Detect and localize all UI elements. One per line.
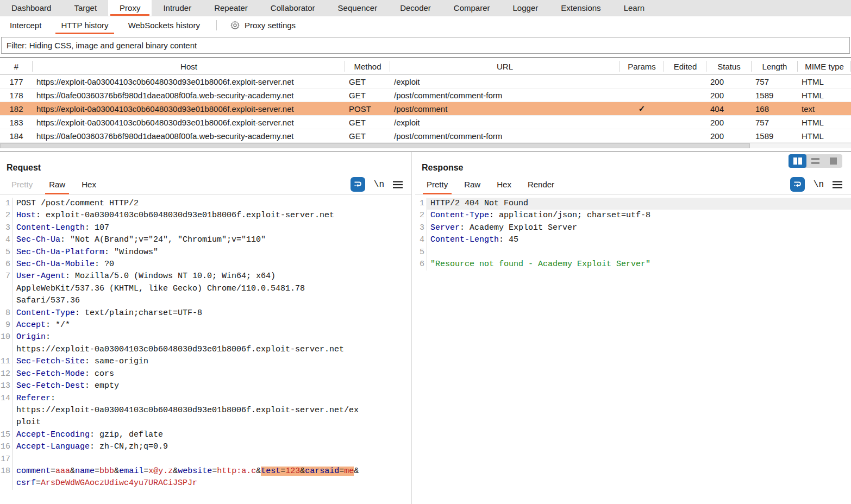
burp-suite-window: DashboardTargetProxyIntruderRepeaterColl… <box>0 0 851 504</box>
horizontal-scrollbar-thumb[interactable] <box>0 143 750 148</box>
code-line: 2Host: exploit-0a03004103c0b6048030d93e0… <box>0 210 411 222</box>
line-content: Sec-Fetch-Dest: empty <box>13 380 411 392</box>
message-editor-split: Request PrettyRawHex \n <box>0 151 851 504</box>
main-tab-sequencer[interactable]: Sequencer <box>327 0 389 16</box>
table-row[interactable]: 182https://exploit-0a03004103c0b6048030d… <box>0 102 851 116</box>
main-tab-collaborator[interactable]: Collaborator <box>259 0 327 16</box>
code-line: 18comment=aaa&name=bbb&email=x@y.z&websi… <box>0 465 411 477</box>
cell-mime: HTML <box>798 131 851 141</box>
cell-host: https://0afe00360376b6f980d1daea008f00fa… <box>33 131 345 141</box>
main-tab-dashboard[interactable]: Dashboard <box>0 0 62 16</box>
line-content: Origin: <box>13 331 411 343</box>
cell-method: POST <box>345 104 390 114</box>
response-panel-title: Response <box>422 163 851 175</box>
cell-status: 200 <box>706 91 752 100</box>
proxy-settings-label: Proxy settings <box>245 21 296 30</box>
hamburger-menu-icon[interactable] <box>393 181 403 188</box>
table-row[interactable]: 178https://0afe00360376b6f980d1daea008f0… <box>0 89 851 102</box>
cell-status: 200 <box>706 77 752 86</box>
cell-length: 1589 <box>752 131 798 141</box>
cell-mime: HTML <box>798 77 851 86</box>
column-header-method[interactable]: Method <box>345 58 390 74</box>
line-number: 6 <box>415 259 427 270</box>
request-panel: Request PrettyRawHex \n <box>0 152 412 504</box>
proxy-settings-button[interactable]: Proxy settings <box>223 16 302 34</box>
column-header-mime-type[interactable]: MIME type <box>798 58 851 74</box>
column-header-url[interactable]: URL <box>390 58 620 74</box>
main-tab-intruder[interactable]: Intruder <box>152 0 203 16</box>
cell-mime: text <box>798 104 851 114</box>
table-row[interactable]: 183https://exploit-0a03004103c0b6048030d… <box>0 116 851 129</box>
table-row[interactable]: 184https://0afe00360376b6f980d1daea008f0… <box>0 129 851 143</box>
line-number: 13 <box>0 380 13 392</box>
line-number <box>0 283 13 295</box>
sub-tab-http-history[interactable]: HTTP history <box>51 16 118 34</box>
hbar-glyph <box>811 158 819 164</box>
code-line: 14Referer: <box>0 393 411 405</box>
filter-bar[interactable]: Filter: Hiding CSS, image and general bi… <box>1 37 850 54</box>
column-header-status[interactable]: Status <box>706 58 752 74</box>
line-content: Content-Type: application/json; charset=… <box>427 210 851 222</box>
cell-length: 168 <box>752 104 798 114</box>
main-tab-learn[interactable]: Learn <box>612 0 656 16</box>
line-number: 14 <box>0 393 13 405</box>
column-header-length[interactable]: Length <box>752 58 798 74</box>
code-line: https://exploit-0a03004103c0b6048030d93e… <box>0 405 411 417</box>
request-tab-strip: PrettyRawHex <box>3 175 104 194</box>
request-tab-raw[interactable]: Raw <box>41 175 73 194</box>
line-number <box>0 295 13 307</box>
table-row[interactable]: 177https://exploit-0a03004103c0b6048030d… <box>0 75 851 89</box>
request-editor[interactable]: 1POST /post/comment HTTP/22Host: exploit… <box>0 194 411 504</box>
column-header--[interactable]: # <box>0 58 33 74</box>
code-line: 16Accept-Language: zh-CN,zh;q=0.9 <box>0 441 411 453</box>
layout-single-icon[interactable] <box>824 154 842 168</box>
column-header-host[interactable]: Host <box>33 58 345 74</box>
line-number: 16 <box>0 441 13 453</box>
line-number: 1 <box>0 198 13 210</box>
line-content: "Resource not found - Academy Exploit Se… <box>427 259 851 270</box>
line-content: Content-Length: 107 <box>13 222 411 234</box>
request-tab-pretty[interactable]: Pretty <box>3 175 41 194</box>
main-tab-target[interactable]: Target <box>62 0 108 16</box>
line-number: 10 <box>0 331 13 343</box>
request-editor-tabs: PrettyRawHex \n <box>0 175 411 194</box>
cell-status: 404 <box>706 104 752 114</box>
line-number: 8 <box>0 307 13 319</box>
main-tab-proxy[interactable]: Proxy <box>108 0 152 16</box>
horizontal-scrollbar[interactable] <box>0 143 851 148</box>
main-tab-comparer[interactable]: Comparer <box>442 0 502 16</box>
main-tab-extensions[interactable]: Extensions <box>549 0 612 16</box>
line-number <box>0 405 13 417</box>
column-header-params[interactable]: Params <box>620 58 664 74</box>
line-content: Accept-Encoding: gzip, deflate <box>13 429 411 441</box>
cell-status: 200 <box>706 131 752 141</box>
layout-stacked-icon[interactable] <box>806 154 824 168</box>
response-tab-pretty[interactable]: Pretty <box>418 175 456 194</box>
cell-mime: HTML <box>798 118 851 127</box>
column-header-edited[interactable]: Edited <box>664 58 706 74</box>
line-number: 9 <box>0 319 13 331</box>
code-line: https://exploit-0a03004103c0b6048030d93e… <box>0 344 411 356</box>
main-tab-logger[interactable]: Logger <box>502 0 550 16</box>
main-tab-decoder[interactable]: Decoder <box>389 0 442 16</box>
response-tab-raw[interactable]: Raw <box>456 175 489 194</box>
response-editor-toolbar: \n <box>790 175 842 194</box>
word-wrap-icon[interactable] <box>351 177 365 192</box>
word-wrap-icon[interactable] <box>790 177 805 192</box>
sub-tab-websockets-history[interactable]: WebSockets history <box>118 16 210 34</box>
main-tab-repeater[interactable]: Repeater <box>203 0 259 16</box>
response-tab-hex[interactable]: Hex <box>489 175 520 194</box>
filter-text: Filter: Hiding CSS, image and general bi… <box>7 41 197 50</box>
request-tab-hex[interactable]: Hex <box>73 175 104 194</box>
line-number: 15 <box>0 429 13 441</box>
response-editor[interactable]: 1HTTP/2 404 Not Found2Content-Type: appl… <box>415 194 851 504</box>
newline-toggle-icon[interactable]: \n <box>374 180 384 190</box>
code-line: 13Sec-Fetch-Dest: empty <box>0 380 411 392</box>
sub-tab-intercept[interactable]: Intercept <box>0 16 51 34</box>
newline-toggle-icon[interactable]: \n <box>814 180 824 190</box>
cell-url: /post/comment/comment-form <box>390 91 620 100</box>
hamburger-menu-icon[interactable] <box>833 181 842 188</box>
line-content: Sec-Ch-Ua-Mobile: ?0 <box>13 259 411 270</box>
layout-side-by-side-icon[interactable] <box>789 154 806 168</box>
response-tab-render[interactable]: Render <box>520 175 562 194</box>
